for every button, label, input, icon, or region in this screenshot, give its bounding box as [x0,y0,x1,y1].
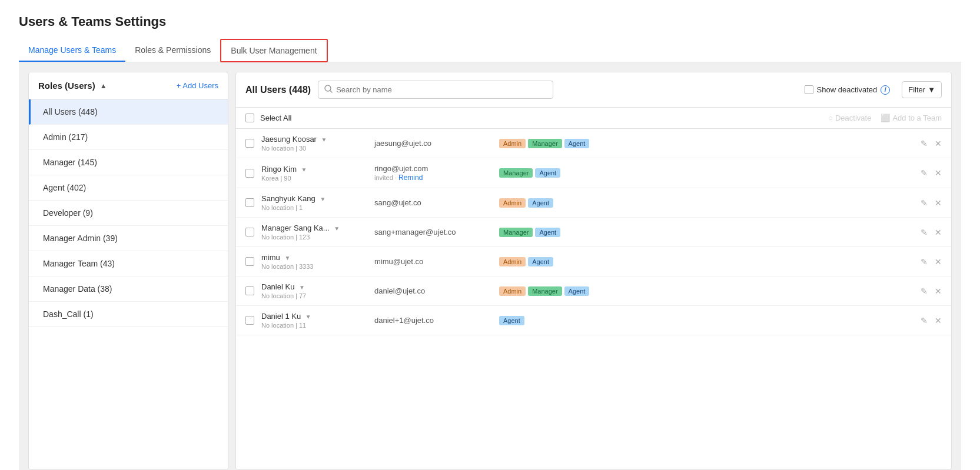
edit-icon[interactable]: ✎ [921,286,928,296]
tag-agent: Agent [499,316,524,325]
user-tags: Admin Manager Agent [499,139,913,148]
add-to-team-button[interactable]: ⬜ Add to a Team [881,114,942,122]
user-tags: Manager Agent [499,228,913,237]
edit-icon[interactable]: ✎ [921,257,928,266]
role-item-manager[interactable]: Manager (145) [29,150,228,175]
search-input[interactable] [336,85,547,94]
user-checkbox[interactable] [245,169,254,178]
show-deactivated-label: Show deactivated [817,85,878,94]
close-icon[interactable]: ✕ [935,316,942,325]
users-list: Jaesung Koosar ▼ No location | 30 jaesun… [236,129,951,469]
role-item-manager-data[interactable]: Manager Data (38) [29,276,228,302]
edit-icon[interactable]: ✎ [921,198,928,208]
chevron-down-icon: ▼ [305,314,311,320]
edit-icon[interactable]: ✎ [921,168,928,178]
user-email: daniel@ujet.co [374,286,492,295]
page-title: Users & Teams Settings [19,14,961,29]
left-panel-header: Roles (Users) ▲ + Add Users [29,72,228,99]
role-item-agent[interactable]: Agent (402) [29,175,228,201]
user-info: Manager Sang Ka... ▼ No location | 123 [261,224,367,241]
tag-agent: Agent [535,168,560,178]
select-all-checkbox[interactable] [245,114,254,122]
tag-admin: Admin [499,286,526,296]
select-all-left: Select All [245,114,291,122]
roles-title: Roles (Users) ▲ [38,81,107,91]
user-meta: No location | 11 [261,322,367,329]
edit-icon[interactable]: ✎ [921,316,928,325]
user-actions: ✎ ✕ [921,286,942,296]
role-item-admin[interactable]: Admin (217) [29,125,228,150]
chevron-down-icon: ▼ [320,196,325,202]
user-checkbox[interactable] [245,198,254,207]
table-row: Daniel Ku ▼ No location | 77 daniel@ujet… [236,276,951,306]
remind-link[interactable]: Remind [398,174,423,182]
user-info: Ringo Kim ▼ Korea | 90 [261,165,367,182]
user-tags: Admin Manager Agent [499,286,913,296]
user-email: daniel+1@ujet.co [374,316,492,325]
close-icon[interactable]: ✕ [935,257,942,266]
user-actions: ✎ ✕ [921,257,942,266]
tabs-bar: Manage Users & Teams Roles & Permissions… [19,39,961,62]
user-name: Ringo Kim ▼ [261,165,367,174]
table-row: Ringo Kim ▼ Korea | 90 ringo@ujet.com in… [236,158,951,188]
left-panel: Roles (Users) ▲ + Add Users All Users (4… [28,72,228,470]
deactivate-button[interactable]: ○ Deactivate [828,114,871,122]
role-item-developer[interactable]: Developer (9) [29,201,228,226]
right-panel-header: All Users (448) Show deactivated i [236,72,951,108]
add-to-team-label: Add to a Team [892,114,942,122]
table-row: Jaesung Koosar ▼ No location | 30 jaesun… [236,129,951,158]
search-container [318,81,553,99]
tag-admin: Admin [499,198,526,208]
tab-roles-permissions[interactable]: Roles & Permissions [125,39,220,62]
add-users-button[interactable]: + Add Users [177,81,218,90]
role-item-manager-team[interactable]: Manager Team (43) [29,251,228,276]
user-checkbox[interactable] [245,257,254,266]
user-checkbox[interactable] [245,139,254,148]
user-checkbox[interactable] [245,228,254,236]
user-actions: ✎ ✕ [921,168,942,178]
close-icon[interactable]: ✕ [935,168,942,178]
table-row: Sanghyuk Kang ▼ No location | 1 sang@uje… [236,188,951,218]
table-row: Manager Sang Ka... ▼ No location | 123 s… [236,218,951,247]
close-icon[interactable]: ✕ [935,286,942,296]
right-panel: All Users (448) Show deactivated i [235,72,952,470]
deactivate-label: Deactivate [835,114,871,122]
user-checkbox[interactable] [245,316,254,325]
roles-list: All Users (448) Admin (217) Manager (145… [29,99,228,327]
svg-line-1 [330,91,332,92]
close-icon[interactable]: ✕ [935,139,942,148]
tag-manager: Manager [528,139,562,148]
user-email: mimu@ujet.co [374,257,492,266]
table-row: Daniel 1 Ku ▼ No location | 11 daniel+1@… [236,306,951,335]
user-checkbox[interactable] [245,286,254,295]
show-deactivated-container: Show deactivated i [805,85,891,95]
edit-icon[interactable]: ✎ [921,139,928,148]
action-buttons: ○ Deactivate ⬜ Add to a Team [828,114,942,122]
info-icon[interactable]: i [881,85,890,95]
show-deactivated-checkbox[interactable] [805,85,813,94]
edit-icon[interactable]: ✎ [921,228,928,237]
tab-manage-users[interactable]: Manage Users & Teams [19,39,125,62]
search-icon [324,85,333,95]
page-wrapper: Users & Teams Settings Manage Users & Te… [0,0,980,470]
role-item-dash-call[interactable]: Dash_Call (1) [29,302,228,327]
user-info: Jaesung Koosar ▼ No location | 30 [261,135,367,152]
user-email: sang+manager@ujet.co [374,228,492,236]
user-info: Daniel Ku ▼ No location | 77 [261,282,367,299]
tag-agent: Agent [564,139,590,148]
chevron-down-icon: ▼ [284,255,290,261]
close-icon[interactable]: ✕ [935,228,942,237]
tag-admin: Admin [499,257,526,266]
user-meta: Korea | 90 [261,175,367,182]
tag-agent: Agent [528,198,553,208]
close-icon[interactable]: ✕ [935,198,942,208]
filter-button[interactable]: Filter ▼ [902,81,942,98]
user-name: Jaesung Koosar ▼ [261,135,367,144]
select-all-row: Select All ○ Deactivate ⬜ Add to a Team [236,108,951,129]
user-meta: No location | 1 [261,204,367,211]
tab-bulk-management[interactable]: Bulk User Management [220,39,327,62]
user-info: mimu ▼ No location | 3333 [261,253,367,270]
user-email: sang@ujet.co [374,198,492,207]
role-item-manager-admin[interactable]: Manager Admin (39) [29,226,228,251]
role-item-all-users[interactable]: All Users (448) [29,99,228,125]
